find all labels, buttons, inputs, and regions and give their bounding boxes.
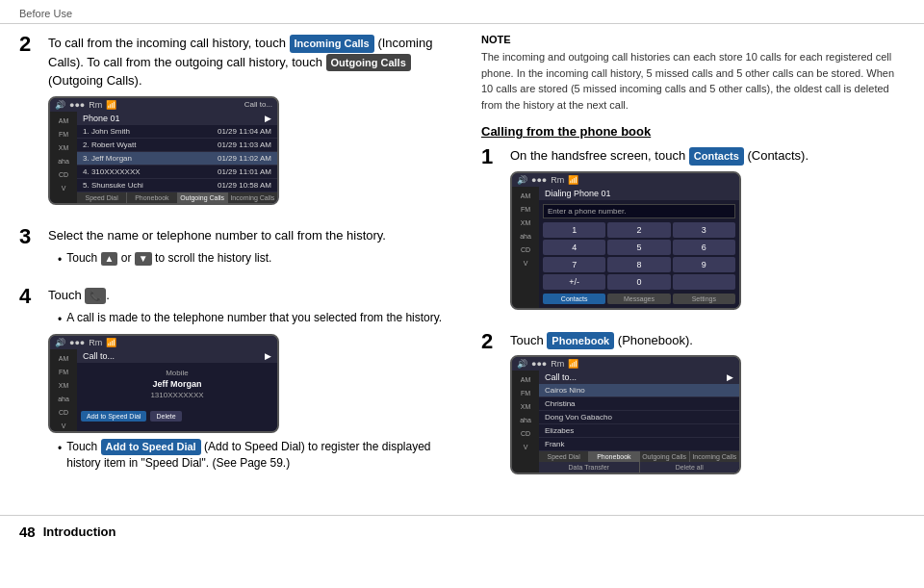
call-made-screen: 🔊 ●●● Rm 📶 AM FM XM aha CD V [48, 334, 279, 433]
page-footer: 48 Introduction [0, 515, 924, 548]
pb-data-transfer[interactable]: Data Transfer [539, 462, 640, 473]
call-row-5: 5. Shunsuke Uchi01/29 10:58 AM [77, 179, 277, 192]
step-4-bullet-1: • A call is made to the telephone number… [58, 310, 462, 328]
screen-sidebar-2: AM FM XM aha CD V [50, 349, 77, 431]
down-arrow-btn[interactable]: ▼ [135, 252, 152, 266]
step-2-number: 2 [19, 34, 40, 213]
dial-tab-settings[interactable]: Settings [673, 294, 735, 304]
call-made-actions: Add to Speed Dial Delete [77, 407, 277, 425]
phonebook-body: Call to... ▶ Cairos Nino Christina Dong … [539, 371, 739, 473]
screen-body: Phone 01 ▶ 1. John Smith01/29 11:04 AM 2… [77, 112, 277, 203]
pb-tab-incoming[interactable]: Incoming Calls [690, 451, 739, 462]
add-speed-dial-inline-btn[interactable]: Add to Speed Dial [101, 439, 201, 455]
sidebar-fm: FM [50, 129, 77, 140]
add-speed-dial-btn[interactable]: Add to Speed Dial [81, 411, 146, 422]
screen-bottom-tabs: Speed Dial Phonebook Outgoing Calls Inco… [77, 192, 277, 203]
right-step-1-content: On the handsfree screen, touch Contacts … [510, 146, 905, 318]
dial-key-0[interactable]: 0 [607, 274, 670, 290]
screen-title-2: Call to... ▶ [77, 349, 277, 363]
dial-grid: 1 2 3 4 5 6 7 8 9 +/- [543, 222, 735, 290]
dial-key-4[interactable]: 4 [543, 240, 605, 255]
dial-top-bar: 🔊 ●●● Rm 📶 [512, 173, 739, 187]
incoming-calls-button[interactable]: Incoming Calls [290, 35, 374, 53]
dial-key-7[interactable]: 7 [543, 257, 605, 272]
step-4-content: Touch 📞. • A call is made to the telepho… [48, 286, 462, 475]
phonebook-row-4[interactable]: Elizabes [539, 424, 739, 438]
right-step-2-content: Touch Phonebook (Phonebook). 🔊 ●●● Rm 📶 … [510, 331, 905, 483]
dial-tab-messages[interactable]: Messages [607, 294, 670, 304]
dial-body: Dialing Phone 01 Enter a phone number. 1… [539, 187, 739, 308]
step-2-content: To call from the incoming call history, … [48, 34, 462, 213]
step-2-text: To call from the incoming call history, … [48, 34, 462, 90]
delete-btn[interactable]: Delete [150, 411, 181, 422]
phonebook-row-3[interactable]: Dong Von Gabacho [539, 411, 739, 424]
screen-main: AM FM XM aha CD V Phone 01 ▶ [50, 112, 277, 203]
page-section: Introduction [43, 524, 116, 539]
dial-key-2[interactable]: 2 [607, 222, 670, 238]
pb-delete-all[interactable]: Delete all [640, 462, 740, 473]
call-list: 1. John Smith01/29 11:04 AM 2. Robert Wy… [77, 125, 277, 192]
dial-key-plus[interactable]: +/- [543, 274, 605, 290]
right-step-2-text: Touch Phonebook (Phonebook). [510, 331, 905, 350]
pb-tab-outgoing[interactable]: Outgoing Calls [640, 451, 690, 462]
up-arrow-btn[interactable]: ▲ [101, 252, 118, 266]
right-column: NOTE The incoming and outgoing call hist… [481, 34, 905, 496]
step-4-bullet2-container: • Touch Add to Speed Dial (Add to Speed … [58, 439, 462, 472]
dial-content: Enter a phone number. 1 2 3 4 5 6 7 8 [539, 200, 739, 308]
phonebook-extra-tabs: Data Transfer Delete all [539, 462, 739, 473]
phonebook-main: AM FM XM aha CD V Call to... ▶ [512, 371, 739, 473]
right-step-1: 1 On the handsfree screen, touch Contact… [481, 146, 905, 318]
sidebar-fm-2: FM [50, 367, 77, 377]
sidebar-am-2: AM [50, 353, 77, 364]
sidebar-xm-2: XM [50, 380, 77, 391]
dial-key-9[interactable]: 9 [673, 257, 735, 272]
step-3-number: 3 [19, 226, 40, 272]
dial-key-6[interactable]: 6 [673, 240, 735, 255]
screen-sidebar: AM FM XM aha CD V [50, 112, 77, 203]
tab-incoming-calls[interactable]: Incoming Calls [228, 192, 277, 203]
phonebook-button[interactable]: Phonebook [547, 332, 614, 350]
pb-tab-speed-dial[interactable]: Speed Dial [539, 451, 589, 462]
sidebar-aha-2: aha [50, 394, 77, 404]
call-row-3: 3. Jeff Morgan01/29 11:02 AM [77, 152, 277, 166]
call-row-2: 2. Robert Wyatt01/29 11:03 AM [77, 139, 277, 152]
sidebar-cd-2: CD [50, 407, 77, 418]
screen-top-bar-2: 🔊 ●●● Rm 📶 [50, 336, 277, 349]
call-made-detail: Mobile Jeff Morgan 1310XXXXXXX [77, 363, 277, 407]
screen-main-2: AM FM XM aha CD V Call to... ▶ [50, 349, 277, 431]
right-step-1-number: 1 [481, 146, 502, 318]
sidebar-am: AM [50, 115, 77, 126]
touch-phone-icon[interactable]: 📞 [85, 288, 106, 304]
dial-input[interactable]: Enter a phone number. [543, 204, 735, 218]
dialing-screen: 🔊 ●●● Rm 📶 AM FM XM aha CD V [510, 171, 741, 310]
sidebar-v: V [50, 183, 77, 193]
sidebar-aha: aha [50, 156, 77, 166]
dial-key-5[interactable]: 5 [607, 240, 670, 255]
outgoing-calls-button[interactable]: Outgoing Calls [326, 54, 411, 72]
screen-top-bar: 🔊 ●●● Rm 📶 Call to... [50, 98, 277, 112]
dial-key-1[interactable]: 1 [543, 222, 605, 238]
phonebook-row-1[interactable]: Cairos Nino [539, 384, 739, 397]
tab-outgoing-calls[interactable]: Outgoing Calls [178, 192, 228, 203]
step-2: 2 To call from the incoming call history… [19, 34, 462, 213]
dial-tab-contacts[interactable]: Contacts [543, 294, 605, 304]
phonebook-list: Cairos Nino Christina Dong Von Gabacho E… [539, 384, 739, 451]
phonebook-row-2[interactable]: Christina [539, 397, 739, 411]
phonebook-row-5[interactable]: Frank [539, 438, 739, 451]
tab-phonebook[interactable]: Phonebook [127, 192, 177, 203]
dial-key-3[interactable]: 3 [673, 222, 735, 238]
tab-speed-dial[interactable]: Speed Dial [77, 192, 127, 203]
call-made-number: 1310XXXXXXX [83, 391, 271, 399]
dial-key-8[interactable]: 8 [607, 257, 670, 272]
dial-key-blank [673, 274, 735, 290]
phonebook-sidebar: AM FM XM aha CD V [512, 371, 539, 473]
dial-bottom-tabs: Contacts Messages Settings [543, 294, 735, 304]
step-3-bullets: • Touch ▲ or ▼ to scroll the history lis… [58, 250, 462, 268]
contacts-button[interactable]: Contacts [689, 147, 744, 166]
call-made-name: Jeff Morgan [83, 379, 271, 389]
step-4: 4 Touch 📞. • A call is made to the telep… [19, 286, 462, 475]
pb-tab-phonebook[interactable]: Phonebook [589, 451, 639, 462]
sidebar-xm: XM [50, 142, 77, 153]
step-4-number: 4 [19, 286, 40, 475]
note-text: The incoming and outgoing call histories… [481, 49, 905, 113]
